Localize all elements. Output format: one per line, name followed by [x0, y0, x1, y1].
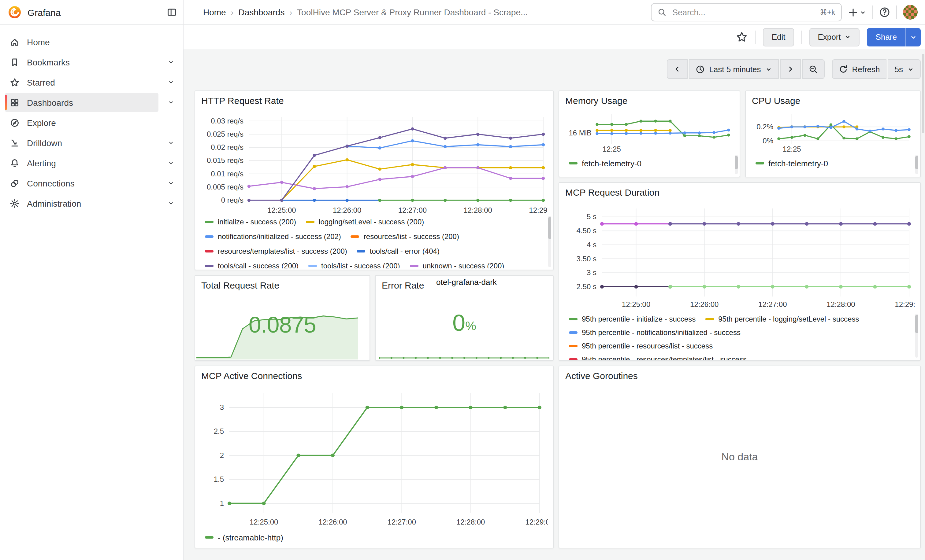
sidebar-toggle-icon[interactable] [167, 8, 177, 17]
series-color-dash [351, 236, 359, 238]
legend-item[interactable]: resources/templates/list - success (200) [205, 247, 347, 255]
sidebar-item-starred[interactable]: Starred [0, 72, 183, 92]
legend-item[interactable]: 95th percentile - notifications/initiali… [569, 328, 741, 337]
sidebar-item-administration[interactable]: Administration [0, 193, 183, 213]
svg-text:12:26:00: 12:26:00 [690, 300, 719, 308]
share-dropdown-button[interactable] [905, 28, 921, 46]
svg-text:3: 3 [220, 403, 224, 411]
sidebar-item-bookmarks[interactable]: Bookmarks [0, 52, 183, 72]
chevron-down-icon[interactable] [168, 99, 174, 106]
svg-text:12:29:00: 12:29:00 [895, 300, 915, 308]
breadcrumb-item[interactable]: Home [203, 8, 226, 17]
breadcrumb-item[interactable]: Dashboards [238, 8, 285, 17]
panel-title[interactable]: Error Rate [382, 280, 424, 290]
svg-text:0.03 req/s: 0.03 req/s [211, 117, 244, 125]
svg-text:0 req/s: 0 req/s [221, 196, 244, 204]
sidebar-header: Grafana [0, 0, 184, 24]
svg-text:12:28:00: 12:28:00 [464, 206, 492, 214]
svg-text:4.50 s: 4.50 s [577, 227, 597, 235]
page-scrollbar[interactable] [922, 54, 924, 133]
svg-text:12:25: 12:25 [603, 145, 621, 153]
sidebar-item-home[interactable]: Home [0, 32, 183, 52]
time-range-picker[interactable]: Last 5 minutes [689, 59, 779, 79]
grid-icon [10, 98, 20, 107]
legend-item[interactable]: initialize - success (200) [205, 218, 296, 226]
refresh-button[interactable]: Refresh [832, 59, 886, 79]
refresh-interval-picker[interactable]: 5s [888, 59, 921, 79]
error-rate-sparkline [379, 353, 549, 359]
svg-text:12:26:00: 12:26:00 [333, 206, 361, 214]
search-input[interactable] [671, 7, 815, 17]
sidebar-item-explore[interactable]: Explore [0, 113, 183, 133]
time-forward-button[interactable] [780, 59, 800, 79]
search-shortcut: ⌘+k [820, 8, 835, 17]
zoom-out-button[interactable] [802, 59, 824, 79]
legend-label: 95th percentile - resources/templates/li… [582, 355, 747, 360]
legend-row: tools/call - success (200)tools/list - s… [205, 258, 538, 269]
add-new-button[interactable] [848, 7, 866, 17]
sidebar-item-connections[interactable]: Connections [0, 173, 183, 193]
legend-item[interactable]: resources/list - success (200) [351, 232, 459, 241]
export-button[interactable]: Export [809, 28, 860, 46]
legend-scrollbar[interactable] [915, 314, 918, 357]
favorite-star-icon[interactable] [736, 31, 748, 43]
sidebar-item-dashboards[interactable]: Dashboards [0, 92, 183, 113]
chevron-down-icon[interactable] [168, 59, 174, 65]
chevron-down-icon[interactable] [168, 180, 174, 186]
svg-text:5 s: 5 s [587, 212, 597, 221]
legend-item[interactable]: notifications/initialized - success (202… [205, 232, 341, 241]
search-box[interactable]: ⌘+k [651, 3, 842, 21]
legend-item[interactable]: - (streamable-http) [205, 533, 283, 542]
time-range-group: Last 5 minutes [667, 59, 824, 79]
legend-item[interactable]: 95th percentile - resources/templates/li… [569, 355, 747, 360]
legend-row: - (streamable-http) [205, 530, 538, 545]
panel-title[interactable]: Memory Usage [565, 95, 627, 106]
sidebar-item-label: Starred [27, 77, 55, 87]
legend-item[interactable]: tools/call - success (200) [205, 262, 298, 269]
legend-label: resources/list - success (200) [364, 232, 459, 241]
legend-item[interactable]: tools/call - error (404) [357, 247, 440, 255]
series-color-dash [569, 162, 577, 164]
legend-scrollbar[interactable] [548, 216, 551, 267]
help-icon[interactable] [879, 7, 890, 18]
legend-item[interactable]: unknown - success (200) [410, 262, 505, 269]
dashboard-header: Edit Export Share [184, 24, 925, 50]
panel-memory-usage: Memory Usage 16 MiB12:25 fetch-telemetry… [559, 90, 740, 177]
legend-item[interactable]: 95th percentile - logging/setLevel - suc… [705, 315, 859, 323]
legend-scrollbar[interactable] [915, 155, 918, 174]
legend-label: resources/templates/list - success (200) [218, 247, 347, 255]
legend-item[interactable]: 95th percentile - resources/list - succe… [569, 342, 713, 350]
chevron-down-icon[interactable] [168, 200, 174, 207]
sidebar-item-alerting[interactable]: Alerting [0, 153, 183, 173]
panel-title[interactable]: MCP Active Connections [201, 371, 302, 381]
legend-item[interactable]: fetch-telemetry-0 [569, 159, 642, 168]
panel-title[interactable]: MCP Request Duration [565, 187, 660, 197]
divider [896, 6, 897, 19]
series-color-dash [205, 221, 214, 223]
legend-item[interactable]: logging/setLevel - success (200) [306, 218, 424, 226]
chevron-down-icon[interactable] [168, 159, 174, 166]
breadcrumb-separator: › [231, 8, 234, 17]
bookmark-icon [10, 57, 20, 67]
chevron-down-icon[interactable] [168, 140, 174, 146]
share-button-group: Share [867, 28, 921, 46]
series-color-dash [306, 221, 315, 223]
legend-scrollbar[interactable] [735, 155, 738, 174]
panel-title[interactable]: Total Request Rate [201, 280, 279, 290]
series-color-dash [569, 358, 577, 360]
panel-title[interactable]: CPU Usage [752, 95, 800, 106]
time-back-button[interactable] [667, 59, 688, 79]
edit-button[interactable]: Edit [763, 28, 794, 46]
share-button[interactable]: Share [867, 28, 905, 46]
sidebar-item-drilldown[interactable]: Drilldown [0, 133, 183, 153]
avatar[interactable] [903, 5, 917, 20]
panel-title[interactable]: HTTP Request Rate [201, 95, 284, 106]
legend-item[interactable]: 95th percentile - initialize - success [569, 315, 696, 323]
legend-row: 95th percentile - notifications/initiali… [569, 326, 905, 339]
legend-item[interactable]: tools/list - success (200) [308, 262, 400, 269]
sidebar: HomeBookmarksStarredDashboardsExploreDri… [0, 24, 184, 560]
grafana-logo-icon[interactable] [8, 5, 22, 20]
svg-text:12:28:00: 12:28:00 [456, 518, 485, 526]
chevron-down-icon[interactable] [168, 79, 174, 86]
legend-item[interactable]: fetch-telemetry-0 [756, 159, 828, 168]
